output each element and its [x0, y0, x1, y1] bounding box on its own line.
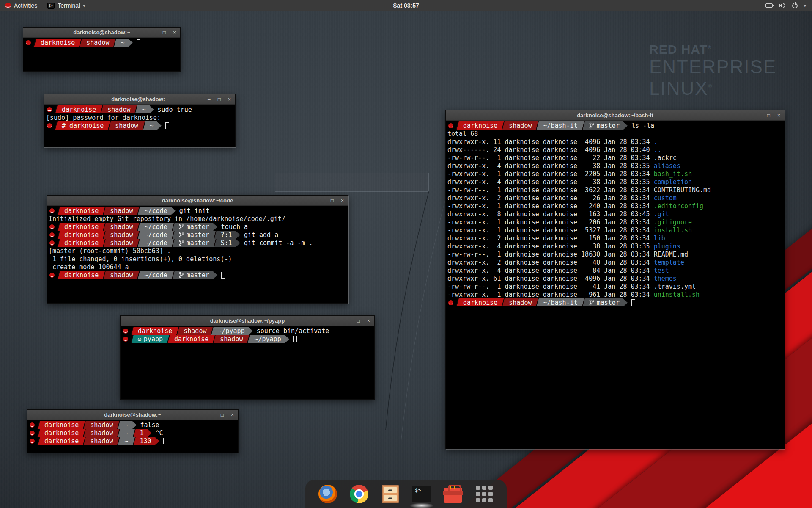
app-menu-button[interactable]: $> Terminal ▾ — [42, 0, 90, 11]
terminal-window-pyapp[interactable]: darknoise@shadow:~/pyapp –□× darknoisesh… — [120, 315, 375, 400]
prompt-segment-path: ~/code — [140, 231, 171, 239]
file-name: aliases — [654, 162, 680, 170]
segment-separator — [171, 231, 175, 239]
segment-separator — [57, 223, 60, 231]
segment-separator — [132, 437, 136, 445]
terminal-content[interactable]: darknoiseshadow~ — [23, 38, 180, 71]
segment-separator — [102, 271, 106, 279]
minimize-button[interactable]: – — [153, 28, 156, 37]
prompt-segment-host: shadow — [86, 421, 117, 429]
redhat-icon — [30, 422, 35, 428]
redhat-icon — [123, 337, 128, 342]
terminal-line: darknoiseshadow~/codemaster — [49, 271, 346, 279]
terminal-line: darknoiseshadow~/codemasterS:1git commit… — [49, 239, 346, 247]
maximize-button[interactable]: □ — [357, 316, 360, 326]
terminal-line: drwxrwxr-x. 4 darknoise darknoise 38 Jan… — [447, 162, 783, 170]
redhat-icon — [49, 232, 55, 237]
activities-button[interactable]: Activities — [0, 0, 42, 11]
close-button[interactable]: × — [777, 111, 780, 120]
minimize-button[interactable]: – — [211, 410, 214, 420]
terminal-window-home-1[interactable]: darknoise@shadow:~ –□× darknoiseshadow~ — [23, 27, 181, 72]
segment-separator — [582, 121, 585, 130]
terminal-line: -rw-rw-r--. 1 darknoise darknoise 3622 J… — [447, 186, 783, 194]
system-status-area[interactable]: ▾ — [765, 0, 812, 11]
volume-icon — [779, 3, 786, 8]
close-button[interactable]: × — [228, 95, 231, 104]
titlebar[interactable]: darknoise@shadow:~ –□× — [23, 28, 180, 38]
dock-chrome-icon[interactable] — [349, 484, 369, 504]
segment-separator — [100, 105, 104, 113]
prompt-segment-hat — [122, 335, 130, 343]
prompt-segment-hat — [49, 271, 57, 279]
redhat-icon — [47, 107, 52, 112]
maximize-button[interactable]: □ — [221, 410, 224, 420]
terminal-window-exitcodes[interactable]: darknoise@shadow:~ –□× darknoiseshadow~f… — [27, 409, 239, 453]
maximize-button[interactable]: □ — [163, 28, 166, 37]
dock-app-grid-icon[interactable] — [475, 484, 494, 504]
maximize-button[interactable]: □ — [218, 95, 221, 104]
prompt-segment-host: shadow — [82, 39, 113, 47]
git-branch-segment: master — [175, 231, 213, 239]
terminal-window-bash-it[interactable]: darknoise@shadow:~/bash-it –□× darknoise… — [445, 110, 785, 449]
file-name: .git — [654, 210, 669, 218]
terminal-line: drwx------. 24 darknoise darknoise 4096 … — [447, 146, 783, 154]
prompt-segment-host: shadow — [180, 327, 210, 335]
terminal-window-sudo[interactable]: darknoise@shadow:~ –□× darknoiseshadow~s… — [44, 94, 236, 147]
prompt-segment-hat — [25, 39, 33, 47]
terminal-content[interactable]: darknoiseshadow~/bash-itmasterls -latota… — [446, 121, 785, 449]
dock-toolbox-icon[interactable] — [443, 484, 463, 504]
clock[interactable]: Sat 03:57 — [393, 2, 419, 9]
prompt-segment-path: ~/code — [140, 271, 171, 279]
prompt-segment-user: darknoise — [60, 231, 102, 239]
titlebar[interactable]: darknoise@shadow:~/bash-it –□× — [446, 110, 785, 121]
close-button[interactable]: × — [173, 28, 176, 37]
minimize-button[interactable]: – — [757, 111, 760, 120]
terminal-line: drwxrwxr-x. 11 darknoise darknoise 4096 … — [447, 138, 783, 146]
close-button[interactable]: × — [367, 316, 370, 326]
segment-separator — [137, 223, 140, 231]
close-button[interactable]: × — [341, 196, 344, 205]
dock-files-icon[interactable] — [381, 484, 400, 504]
branding-redhat: RED HAT® — [649, 42, 776, 57]
prompt-segment-host: shadow — [216, 335, 247, 343]
prompt-arrow — [236, 231, 240, 239]
terminal-content[interactable]: darknoiseshadow~/pyappsource bin/activat… — [121, 326, 374, 399]
segment-separator — [57, 271, 60, 279]
segment-separator — [79, 39, 82, 47]
segment-separator — [107, 121, 111, 130]
terminal-content[interactable]: darknoiseshadow~sudo true[sudo] password… — [44, 105, 235, 147]
maximize-button[interactable]: □ — [331, 196, 334, 205]
file-name: uninstall.sh — [654, 291, 700, 298]
prompt-segment-user: darknoise — [60, 223, 102, 231]
dock-firefox-icon[interactable] — [318, 484, 337, 504]
terminal-content[interactable]: darknoiseshadow~/codegit initInitialized… — [47, 206, 348, 303]
segment-separator — [455, 298, 459, 306]
terminal-content[interactable]: darknoiseshadow~falsedarknoiseshadow~1^C… — [27, 420, 238, 453]
activities-label: Activities — [14, 2, 37, 9]
minimize-button[interactable]: – — [208, 95, 211, 104]
prompt-segment-path: ~/bash-it — [539, 298, 581, 306]
terminal-line: create mode 100644 a — [49, 263, 346, 271]
minimize-button[interactable]: – — [321, 196, 324, 205]
file-name: .gitignore — [654, 218, 692, 226]
titlebar[interactable]: darknoise@shadow:~/pyapp –□× — [121, 316, 374, 326]
terminal-window-code[interactable]: darknoise@shadow:~/code –□× darknoisesha… — [47, 195, 348, 304]
prompt-segment-path: ~/code — [140, 223, 171, 231]
running-app-glow — [409, 503, 434, 508]
titlebar[interactable]: darknoise@shadow:~/code –□× — [47, 196, 348, 206]
window-title: darknoise@shadow:~ — [44, 96, 235, 102]
dock-terminal-icon[interactable]: $> — [412, 484, 431, 504]
titlebar[interactable]: darknoise@shadow:~ –□× — [27, 410, 238, 420]
file-name: .. — [654, 146, 661, 154]
prompt-segment-path: ~ — [121, 429, 132, 437]
minimize-button[interactable]: – — [347, 316, 350, 326]
segment-separator — [212, 335, 216, 343]
prompt-segment-venv: ◒pyapp — [134, 335, 167, 343]
file-name: lib — [654, 235, 665, 242]
command-text: git init — [179, 207, 210, 215]
prompt-segment-user: darknoise — [60, 207, 102, 215]
titlebar[interactable]: darknoise@shadow:~ –□× — [44, 94, 235, 105]
maximize-button[interactable]: □ — [767, 111, 770, 120]
segment-separator — [247, 335, 250, 343]
close-button[interactable]: × — [231, 410, 234, 420]
